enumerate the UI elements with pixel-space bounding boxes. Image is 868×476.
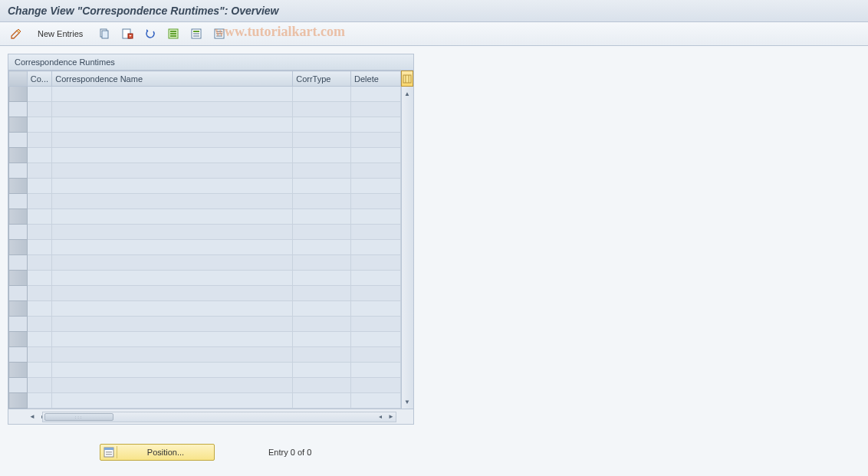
cell[interactable] [27,363,51,378]
cell[interactable] [293,194,351,209]
row-selector[interactable] [9,271,28,286]
row-selector[interactable] [9,179,28,194]
cell[interactable] [27,286,51,301]
new-entries-button[interactable]: New Entries [31,27,90,41]
cell[interactable] [293,163,351,179]
hscroll-first-icon[interactable]: ◄ [27,412,38,422]
cell[interactable] [27,393,51,409]
cell[interactable] [52,332,293,347]
cell[interactable] [52,286,293,301]
select-block-button[interactable] [186,25,206,42]
cell[interactable] [351,347,401,363]
row-selector[interactable] [9,332,28,347]
row-selector[interactable] [9,240,28,255]
cell[interactable] [293,133,351,148]
cell[interactable] [52,194,293,209]
cell[interactable] [293,301,351,317]
cell[interactable] [293,317,351,332]
hscroll-last-icon[interactable]: ► [386,412,396,422]
cell[interactable] [27,240,51,255]
row-selector[interactable] [9,378,28,393]
cell[interactable] [351,286,401,301]
delete-button[interactable] [117,25,137,42]
cell[interactable] [27,117,51,133]
cell[interactable] [293,255,351,271]
cell[interactable] [351,148,401,163]
cell[interactable] [351,225,401,240]
cell[interactable] [293,347,351,363]
cell[interactable] [52,148,293,163]
cell[interactable] [52,363,293,378]
column-delete[interactable]: Delete [351,71,401,87]
row-selector[interactable] [9,194,28,209]
row-selector[interactable] [9,286,28,301]
cell[interactable] [52,163,293,179]
row-selector[interactable] [9,317,28,332]
cell[interactable] [27,163,51,179]
cell[interactable] [52,393,293,409]
column-selector[interactable] [9,71,28,87]
hscroll-thumb[interactable]: ::: [44,413,113,421]
cell[interactable] [52,179,293,194]
row-selector[interactable] [9,209,28,225]
row-selector[interactable] [9,347,28,363]
cell[interactable] [27,194,51,209]
cell[interactable] [351,271,401,286]
cell[interactable] [52,87,293,102]
cell[interactable] [293,271,351,286]
cell[interactable] [52,378,293,393]
cell[interactable] [351,194,401,209]
cell[interactable] [52,271,293,286]
cell[interactable] [293,393,351,409]
cell[interactable] [293,286,351,301]
toggle-change-button[interactable] [6,25,26,42]
cell[interactable] [351,209,401,225]
vertical-scrollbar[interactable]: ▲ ▼ [401,87,413,409]
configure-columns-button[interactable] [401,71,413,87]
cell[interactable] [351,163,401,179]
cell[interactable] [351,240,401,255]
cell[interactable] [293,102,351,117]
row-selector[interactable] [9,102,28,117]
scroll-up-icon[interactable]: ▲ [402,88,413,99]
cell[interactable] [351,102,401,117]
cell[interactable] [52,102,293,117]
cell[interactable] [293,240,351,255]
cell[interactable] [351,393,401,409]
cell[interactable] [351,317,401,332]
cell[interactable] [27,378,51,393]
cell[interactable] [351,363,401,378]
cell[interactable] [52,255,293,271]
cell[interactable] [52,301,293,317]
cell[interactable] [52,240,293,255]
cell[interactable] [351,133,401,148]
cell[interactable] [27,317,51,332]
row-selector[interactable] [9,363,28,378]
row-selector[interactable] [9,117,28,133]
undo-button[interactable] [140,25,160,42]
cell[interactable] [27,347,51,363]
cell[interactable] [293,332,351,347]
cell[interactable] [351,332,401,347]
cell[interactable] [27,225,51,240]
cell[interactable] [351,179,401,194]
select-all-button[interactable] [163,25,183,42]
row-selector[interactable] [9,393,28,409]
cell[interactable] [52,347,293,363]
copy-button[interactable] [94,25,114,42]
cell[interactable] [52,117,293,133]
cell[interactable] [351,117,401,133]
cell[interactable] [351,87,401,102]
row-selector[interactable] [9,225,28,240]
cell[interactable] [293,363,351,378]
cell[interactable] [27,271,51,286]
cell[interactable] [52,317,293,332]
row-selector[interactable] [9,87,28,102]
position-button[interactable]: Position... [100,444,215,461]
column-co[interactable]: Co... [27,71,51,87]
row-selector[interactable] [9,255,28,271]
column-type[interactable]: CorrType [293,71,351,87]
cell[interactable] [27,102,51,117]
cell[interactable] [293,378,351,393]
column-name[interactable]: Correspondence Name [52,71,293,87]
